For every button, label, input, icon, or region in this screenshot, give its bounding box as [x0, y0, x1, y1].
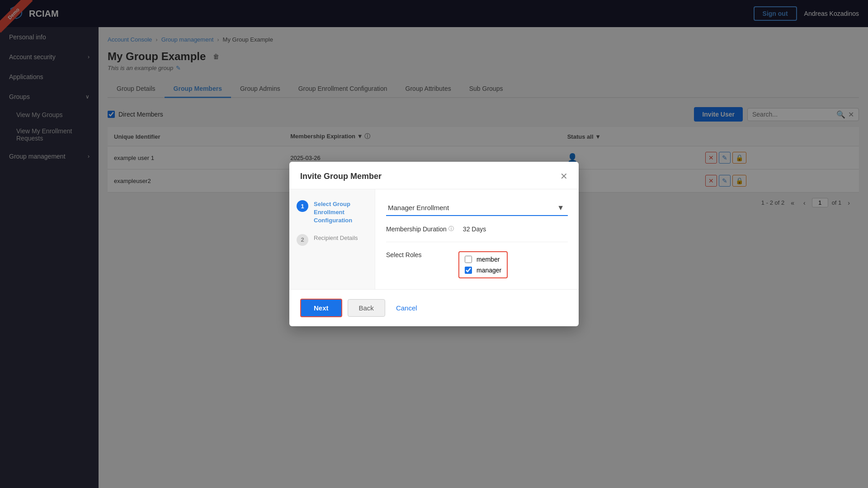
role-member-label: member [476, 256, 500, 263]
select-roles-label: Select Roles [386, 251, 449, 258]
role-manager-checkbox[interactable] [465, 267, 472, 274]
membership-duration-row: Membership Duration ⓘ 32 Days [386, 225, 568, 242]
role-member-checkbox[interactable] [465, 256, 472, 263]
role-member-item: member [465, 256, 501, 263]
next-button[interactable]: Next [300, 299, 342, 317]
step-1-label: Select Group Enrollment Configuration [314, 200, 368, 225]
role-manager-item: manager [465, 267, 501, 274]
modal-body: 1 Select Group Enrollment Configuration … [289, 189, 579, 289]
modal-content-area: Manager Enrollment Member Enrollment ▼ M… [375, 189, 579, 289]
step-2-label: Recipient Details [314, 234, 358, 242]
back-button[interactable]: Back [348, 299, 385, 317]
enrollment-dropdown-wrapper: Manager Enrollment Member Enrollment ▼ [386, 200, 568, 216]
membership-duration-label: Membership Duration ⓘ [386, 225, 454, 233]
membership-duration-value: 32 Days [463, 225, 486, 233]
select-roles-row: Select Roles member manager [386, 251, 568, 278]
cancel-button[interactable]: Cancel [391, 300, 423, 316]
membership-info-icon[interactable]: ⓘ [448, 225, 454, 233]
invite-group-member-modal: Invite Group Member ✕ 1 Select Group Enr… [289, 162, 579, 326]
step-2-number: 2 [297, 234, 308, 246]
wizard-steps: 1 Select Group Enrollment Configuration … [289, 189, 375, 289]
wizard-step-1: 1 Select Group Enrollment Configuration [297, 200, 368, 225]
enrollment-dropdown[interactable]: Manager Enrollment Member Enrollment [386, 200, 568, 215]
modal-header: Invite Group Member ✕ [289, 162, 579, 189]
modal-footer: Next Back Cancel [289, 289, 579, 326]
modal-close-button[interactable]: ✕ [560, 171, 568, 182]
modal-title: Invite Group Member [300, 172, 382, 181]
step-1-number: 1 [297, 200, 308, 212]
wizard-step-2: 2 Recipient Details [297, 234, 368, 246]
role-manager-label: manager [476, 267, 501, 274]
roles-box: member manager [458, 251, 508, 278]
modal-overlay: Invite Group Member ✕ 1 Select Group Enr… [0, 0, 868, 488]
